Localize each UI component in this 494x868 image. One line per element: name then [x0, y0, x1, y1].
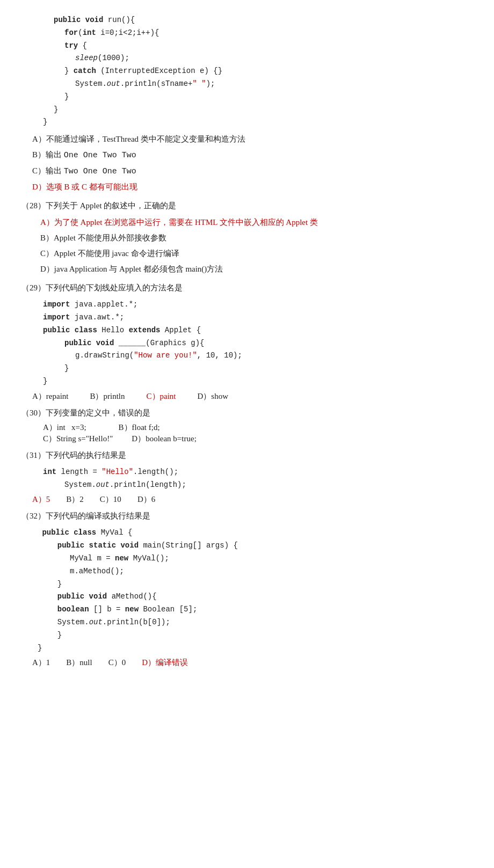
q27-optD: D）选项 B 或 C 都有可能出现: [32, 180, 473, 194]
q29-optC: C）paint: [147, 391, 176, 402]
q31-code: int length = "Hello".length(); System.ou…: [43, 466, 473, 492]
q31-optC: C）10: [100, 494, 121, 505]
q31-stem: （31）下列代码的执行结果是: [21, 448, 473, 463]
q32-optA: A）1: [32, 658, 50, 668]
q28-optA: A）为了使 Applet 在浏览器中运行，需要在 HTML 文件中嵌入相应的 A…: [32, 215, 473, 230]
q32-stem: （32）下列代码的编译或执行结果是: [21, 509, 473, 523]
code-block-run: public void run(){ for(int i=0;i<2;i++){…: [21, 14, 473, 129]
q28-stem: （28）下列关于 Applet 的叙述中，正确的是: [21, 199, 473, 213]
q28-optC: C）Applet 不能使用 javac 命令进行编译: [32, 246, 473, 261]
q28-optB: B）Applet 不能使用从外部接收参数: [32, 231, 473, 245]
q27-optB: B）输出 One One Two Two: [32, 148, 473, 163]
q27-optC: C）输出 Two One One Two: [32, 164, 473, 179]
q29-stem: （29）下列代码的下划线处应填入的方法名是: [21, 281, 473, 295]
q32-options: A）1 B）null C）0 D）编译错误: [32, 658, 473, 668]
q32-optC: C）0: [108, 658, 126, 668]
q27-options: A）不能通过编译，TestThread 类中不能定义变量和构造方法 B）输出 O…: [21, 132, 473, 194]
q31-optB: B）2: [66, 494, 84, 505]
q29-options: A）repaint B）println C）paint D）show: [32, 391, 473, 402]
q32-code: public class MyVal { public static void …: [38, 527, 473, 654]
q32-optD: D）编译错误: [142, 658, 188, 668]
q30-optB: B）float f;d;: [119, 422, 160, 433]
q31-optD: D）6: [137, 494, 155, 505]
q29-code: import java.applet.*; import java.awt.*;…: [43, 298, 473, 388]
q30-stem: （30）下列变量的定义中，错误的是: [21, 406, 473, 420]
q31-options: A）5 B）2 C）10 D）6: [32, 494, 473, 505]
q31-optA: A）5: [32, 494, 50, 505]
q29-optA: A）repaint: [32, 391, 68, 402]
q28-options: A）为了使 Applet 在浏览器中运行，需要在 HTML 文件中嵌入相应的 A…: [21, 215, 473, 276]
q29-optD: D）show: [198, 391, 229, 402]
q27-optA: A）不能通过编译，TestThread 类中不能定义变量和构造方法: [32, 132, 473, 147]
q32-optB: B）null: [66, 658, 92, 668]
q30-options: A）int x=3; B）float f;d; C）String s="Hell…: [21, 422, 473, 444]
q29-optB: B）println: [90, 391, 125, 402]
q28-optD: D）java Application 与 Applet 都必须包含 main()…: [32, 262, 473, 276]
q30-optD: D）boolean b=true;: [132, 434, 197, 444]
q30-optC: C）String s="Hello!": [43, 434, 121, 444]
q30-optA: A）int x=3;: [43, 422, 86, 433]
